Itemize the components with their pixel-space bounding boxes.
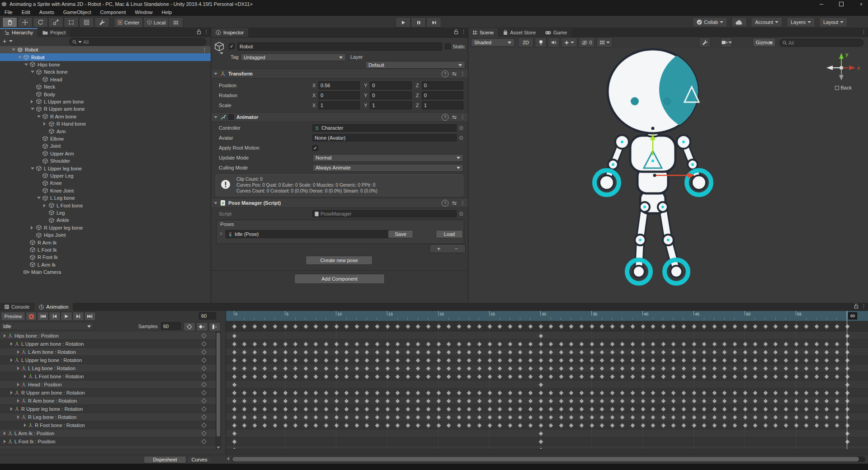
keyframe-diamond[interactable]: [558, 349, 564, 355]
keyframe-diamond[interactable]: [609, 398, 615, 404]
keyframe-diamond[interactable]: [395, 414, 401, 420]
keyframe-diamond[interactable]: [691, 398, 697, 404]
keyframe-diamond[interactable]: [742, 324, 748, 329]
keyframe-diamond[interactable]: [436, 366, 442, 371]
keyframe-diamond[interactable]: [344, 349, 349, 355]
keyframe-diamond[interactable]: [722, 406, 727, 412]
keyframe-diamond[interactable]: [385, 349, 391, 355]
keyframe-diamond[interactable]: [793, 406, 799, 412]
keyframe-diamond[interactable]: [262, 324, 268, 329]
expand-arrow-icon[interactable]: [24, 375, 26, 378]
keyframe-diamond[interactable]: [783, 324, 789, 329]
keyframe-diamond[interactable]: [732, 390, 738, 396]
keyframe-diamond[interactable]: [272, 423, 278, 428]
keyframe-diamond[interactable]: [272, 406, 278, 412]
keyframe-diamond[interactable]: [272, 324, 278, 329]
keyframe-diamond[interactable]: [252, 324, 258, 329]
keyframe-diamond[interactable]: [252, 357, 258, 363]
keyframe-diamond[interactable]: [650, 423, 656, 428]
keyframe-diamond[interactable]: [283, 423, 288, 428]
keyframe-diamond[interactable]: [466, 324, 472, 329]
keyframe-diamond[interactable]: [364, 398, 370, 404]
keyframe-diamond[interactable]: [599, 341, 605, 347]
keyframe-diamond[interactable]: [844, 423, 850, 428]
keyframe-diamond[interactable]: [844, 439, 850, 445]
keyframe-diamond[interactable]: [579, 406, 585, 412]
keyframe-diamond[interactable]: [446, 357, 452, 363]
keyframe-diamond[interactable]: [313, 357, 319, 363]
keyframe-diamond[interactable]: [589, 349, 595, 355]
keyframe-diamond[interactable]: [252, 374, 258, 380]
go-to-start-button[interactable]: [37, 312, 49, 321]
animation-property-row[interactable]: R Arm bone : Rotation: [0, 397, 216, 405]
scene-orientation-gizmo[interactable]: y x: [821, 50, 862, 86]
keyframe-diamond[interactable]: [619, 423, 625, 428]
keyframe-diamond[interactable]: [630, 341, 636, 347]
keyframe-diamond[interactable]: [793, 423, 799, 428]
add-keyframe-icon[interactable]: [201, 398, 206, 403]
keyframe-diamond[interactable]: [323, 406, 329, 412]
keyframe-diamond[interactable]: [609, 406, 615, 412]
keyframe-diamond[interactable]: [507, 374, 513, 380]
keyframe-diamond[interactable]: [262, 357, 268, 363]
keyframe-diamond[interactable]: [650, 398, 656, 404]
keyframe-diamond[interactable]: [619, 366, 625, 371]
keyframe-diamond[interactable]: [824, 390, 830, 396]
keyframe-diamond[interactable]: [466, 390, 472, 396]
menu-component[interactable]: Component: [95, 8, 130, 16]
keyframe-diamond[interactable]: [732, 398, 738, 404]
keyframe-diamond[interactable]: [476, 398, 482, 404]
keyframe-diamond[interactable]: [558, 390, 564, 396]
static-checkbox[interactable]: [445, 43, 451, 49]
keyframe-diamond[interactable]: [476, 324, 482, 329]
lock-icon[interactable]: [197, 29, 201, 35]
keyframe-diamond[interactable]: [568, 423, 574, 428]
keyframe-diamond[interactable]: [425, 374, 431, 380]
keyframe-diamond[interactable]: [415, 366, 421, 371]
keyframe-diamond[interactable]: [763, 357, 769, 363]
keyframe-diamond[interactable]: [415, 349, 421, 355]
keyframe-diamond[interactable]: [241, 398, 247, 404]
collapse-arrow-icon[interactable]: [37, 115, 41, 118]
keyframe-diamond[interactable]: [476, 366, 482, 371]
keyframe-diamond[interactable]: [558, 341, 564, 347]
expand-arrow-icon[interactable]: [31, 226, 33, 230]
keyframe-diamond[interactable]: [456, 423, 462, 428]
keyframe-diamond[interactable]: [630, 374, 636, 380]
keyframe-diamond[interactable]: [609, 324, 615, 329]
keyframe-diamond[interactable]: [528, 324, 533, 329]
keyframe-diamond[interactable]: [292, 390, 298, 396]
keyframe-diamond[interactable]: [701, 324, 707, 329]
keyframe-diamond[interactable]: [252, 406, 258, 412]
animation-property-row[interactable]: L Foot Ik : Position: [0, 437, 216, 446]
keyframe-diamond[interactable]: [732, 414, 738, 420]
keyframe-diamond[interactable]: [303, 390, 309, 396]
keyframe-diamond[interactable]: [415, 324, 421, 329]
keyframe-diamond[interactable]: [364, 341, 370, 347]
keyframe-diamond[interactable]: [834, 341, 840, 347]
keyframe-diamond[interactable]: [303, 366, 309, 371]
help-icon[interactable]: ?: [442, 200, 448, 207]
keyframe-diamond[interactable]: [650, 406, 656, 412]
keyframe-diamond[interactable]: [609, 357, 615, 363]
panel-menu-icon[interactable]: ⋮: [861, 303, 866, 309]
keyframe-diamond[interactable]: [732, 374, 738, 380]
root-motion-checkbox[interactable]: ✓: [312, 145, 318, 151]
keyframe-diamond[interactable]: [323, 366, 329, 371]
tab-inspector[interactable]: Inspector: [211, 28, 248, 37]
object-picker-icon[interactable]: ⊙: [459, 125, 463, 131]
keyframe-diamond[interactable]: [241, 341, 247, 347]
keyframe-diamond[interactable]: [660, 423, 666, 428]
keyframe-diamond[interactable]: [334, 390, 340, 396]
keyframe-diamond[interactable]: [283, 341, 288, 347]
keyframe-diamond[interactable]: [824, 406, 830, 412]
keyframe-diamond[interactable]: [354, 341, 360, 347]
keyframe-diamond[interactable]: [844, 324, 850, 329]
expand-arrow-icon[interactable]: [10, 391, 13, 395]
keyframe-diamond[interactable]: [405, 349, 411, 355]
keyframe-diamond[interactable]: [405, 398, 411, 404]
hierarchy-row[interactable]: Upper Leg: [0, 172, 211, 179]
keyframe-diamond[interactable]: [292, 324, 298, 329]
keyframe-diamond[interactable]: [640, 406, 646, 412]
keyframe-diamond[interactable]: [252, 414, 258, 420]
